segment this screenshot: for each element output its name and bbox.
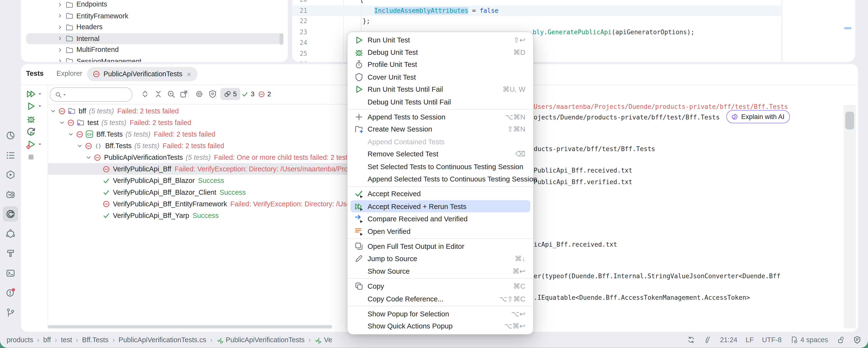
search-dropdown-icon[interactable]: [63, 93, 66, 97]
menu-item-copy[interactable]: Copy⌘C: [348, 280, 533, 292]
search-field[interactable]: [50, 88, 132, 102]
session-tab[interactable]: PublicApiVerificationTests: [87, 67, 198, 81]
strip-item-tests[interactable]: [3, 206, 18, 222]
menu-item-jump-to-source[interactable]: Jump to Source⌘↓: [348, 252, 533, 265]
strip-item-structure[interactable]: [3, 147, 18, 163]
output-line: icApi_Bff.received.txt: [534, 240, 617, 249]
strip-item-terminal[interactable]: [3, 265, 18, 281]
error-stripe-mark[interactable]: [844, 27, 851, 29]
menu-item-copy-code-reference[interactable]: Copy Code Reference...⌥⇧⌘C: [348, 292, 533, 305]
code-line[interactable]: {: [360, 0, 364, 5]
status-item-utf-8[interactable]: UTF-8: [762, 336, 781, 344]
line-number: 20: [292, 0, 307, 5]
horizontal-scrollbar[interactable]: [48, 325, 332, 328]
status-item-inspections-icon[interactable]: [853, 336, 861, 344]
menu-item-label: Remove Selected Test: [368, 150, 503, 158]
chevron-right-icon[interactable]: [57, 24, 63, 30]
menu-item-compare-received-and-verified[interactable]: Compare Received and Verified: [348, 213, 533, 225]
menu-item-accept-received[interactable]: Accept Received: [348, 188, 533, 200]
chevron-right-icon[interactable]: [57, 35, 63, 41]
status-item-sync-icon[interactable]: [687, 336, 695, 344]
status-item-21-24[interactable]: 21:24: [720, 336, 737, 344]
menu-item-cover-unit-test[interactable]: Cover Unit Test: [348, 71, 533, 83]
chevron-down-icon[interactable]: [85, 154, 92, 161]
strip-item-git-branch[interactable]: [3, 304, 18, 320]
output-scrollbar-thumb[interactable]: [845, 112, 854, 129]
menu-item-append-contained-tests[interactable]: Append Contained Tests: [348, 136, 533, 148]
menu-item-show-popup-for-selection[interactable]: Show Popup for Selection⌥↩: [348, 308, 533, 320]
menu-item-open-full-test-output-in-editor[interactable]: Open Full Test Output in Editor: [348, 240, 533, 252]
chevron-right-icon[interactable]: [57, 13, 63, 19]
output-line: er(typeof(Duende.Bff.Internal.StringValu…: [534, 272, 780, 280]
strip-item-build[interactable]: [3, 245, 18, 261]
locate-icon[interactable]: [167, 90, 176, 99]
breadcrumb-item-bff[interactable]: bff: [43, 336, 51, 344]
filter-total-tests[interactable]: 5: [220, 88, 240, 100]
status-item-4-spaces[interactable]: 4 spaces: [790, 336, 828, 344]
menu-item-append-tests-to-session[interactable]: Append Tests to Session⌥⌘N: [348, 111, 533, 123]
collapse-all-icon[interactable]: [154, 90, 163, 99]
breadcrumb-item-bff-tests[interactable]: Bff.Tests: [82, 336, 108, 344]
run-all-icon[interactable]: [26, 89, 36, 99]
code-line[interactable]: };: [363, 16, 370, 27]
menu-item-show-source[interactable]: Show Source⌘↩: [348, 265, 533, 277]
breadcrumb-item-test[interactable]: test: [61, 336, 72, 344]
chevron-down-icon[interactable]: [59, 119, 65, 126]
open-in-new-icon[interactable]: [179, 90, 188, 99]
chevron-right-icon[interactable]: [57, 1, 63, 7]
project-tree-item-entityframework[interactable]: EntityFramework: [21, 10, 288, 22]
tree-scrollbar-thumb[interactable]: [280, 33, 283, 45]
filter-failed-tests[interactable]: 2: [258, 88, 271, 100]
project-tree-item-headers[interactable]: Headers: [21, 21, 288, 33]
code-line[interactable]: bly.GeneratePublicApi(apiGeneratorOption…: [532, 27, 694, 38]
chevron-right-icon[interactable]: [57, 47, 63, 53]
status-item-lock-icon[interactable]: [836, 336, 844, 344]
status-item-branch-graph-icon[interactable]: [704, 336, 712, 344]
breadcrumb-item-ve[interactable]: Ve: [314, 336, 332, 344]
chevron-down-icon[interactable]: [68, 131, 74, 137]
breadcrumb-item-publicapiverificationtests-cs[interactable]: PublicApiVerificationTests.cs: [119, 336, 206, 344]
strip-item-problems[interactable]: [3, 285, 18, 300]
chevron-down-icon[interactable]: [50, 108, 56, 114]
menu-item-show-quick-actions-popup[interactable]: Show Quick Actions Popup⌥⌘↩: [348, 320, 533, 332]
strip-item-camera[interactable]: [3, 186, 18, 202]
menu-item-accept-received-rerun-tests[interactable]: Accept Received + Rerun Tests: [350, 200, 530, 213]
breadcrumb-item-products[interactable]: products: [6, 336, 33, 344]
tab-tests[interactable]: Tests: [26, 70, 44, 77]
menu-item-append-selected-tests-to-continuous-testing-session[interactable]: Append Selected Tests to Continuous Test…: [348, 173, 533, 185]
session-tab-label: PublicApiVerificationTests: [104, 70, 182, 78]
dropdown-arrow-icon[interactable]: [38, 92, 42, 96]
output-scrollbar-track[interactable]: [844, 105, 856, 328]
project-tree-item-internal[interactable]: Internal: [21, 33, 288, 44]
chevron-right-icon[interactable]: [57, 58, 63, 62]
explain-with-ai-button[interactable]: Explain with AI: [726, 110, 790, 123]
menu-item-remove-selected-test[interactable]: Remove Selected Test⌫: [348, 148, 533, 160]
menu-item-run-unit-tests-until-fail[interactable]: Run Unit Tests Until Fail⌘U, W: [348, 83, 533, 96]
project-tree-item-endpoints[interactable]: Endpoints: [21, 0, 288, 10]
breadcrumb-item-publicapiverificationtests[interactable]: PublicApiVerificationTests: [216, 336, 304, 344]
status-item-lf[interactable]: LF: [746, 336, 753, 344]
filter-passed-tests[interactable]: 3: [241, 88, 254, 100]
menu-item-profile-unit-test[interactable]: Profile Unit Test: [348, 59, 533, 71]
menu-item-open-verified[interactable]: Open Verified: [348, 225, 533, 237]
menu-item-set-selected-tests-to-continuous-testing-session[interactable]: Set Selected Tests to Continuous Testing…: [348, 160, 533, 173]
expand-all-icon[interactable]: [141, 90, 150, 99]
strip-item-atom[interactable]: [3, 226, 18, 241]
strip-item-run-window[interactable]: [3, 167, 18, 182]
menu-item-run-unit-test[interactable]: Run Unit Test⇧↩: [348, 34, 533, 46]
strip-item-pie-chart[interactable]: [3, 128, 18, 143]
project-tree-item-sessionmanagement[interactable]: SessionManagement: [21, 55, 288, 62]
settings-icon[interactable]: [195, 90, 204, 99]
breadcrumb-separator: ›: [37, 336, 39, 344]
menu-item-debug-unit-test[interactable]: Debug Unit Test⌘D: [348, 46, 533, 59]
menu-item-debug-unit-tests-until-fail[interactable]: Debug Unit Tests Until Fail: [348, 96, 533, 108]
chevron-down-icon[interactable]: [76, 142, 83, 149]
tab-explorer[interactable]: Explorer: [57, 70, 82, 77]
close-icon[interactable]: [186, 71, 192, 77]
project-tree-item-multifrontend[interactable]: MultiFrontend: [21, 44, 288, 56]
code-line[interactable]: IncludeAssemblyAttributes = false: [374, 5, 498, 16]
editor-right-separator: [782, 0, 782, 62]
menu-item-create-new-session[interactable]: Create New Session⇧⌘N: [348, 123, 533, 135]
search-input[interactable]: [69, 90, 132, 99]
code-token: =: [468, 7, 480, 14]
